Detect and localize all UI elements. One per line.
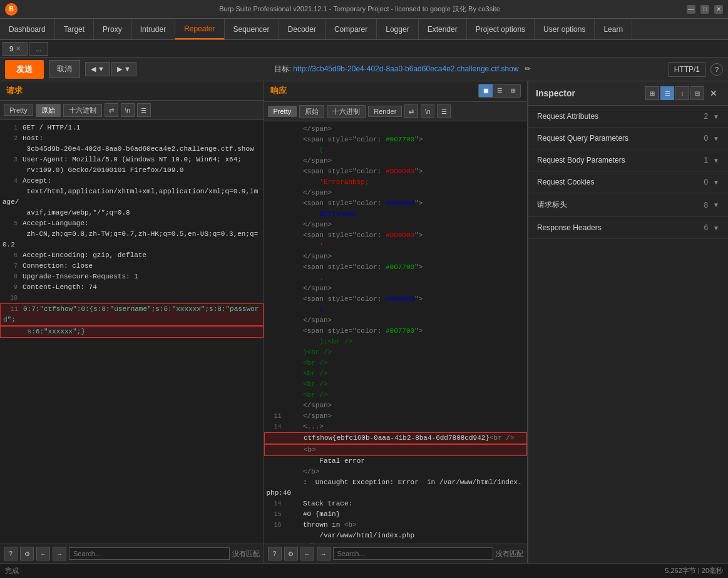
tab-logger[interactable]: Logger	[377, 19, 418, 39]
request-raw-btn[interactable]: 原始	[36, 104, 61, 117]
req-settings-icon[interactable]: ⚙	[20, 547, 34, 560]
tab-target[interactable]: Target	[55, 19, 94, 39]
next-button[interactable]: ▶ ▼	[111, 62, 136, 76]
inspector-view-buttons: ⊞ ☰ ↕ ⊟	[645, 86, 704, 100]
resp-line-12: '	[264, 241, 528, 251]
grid-view-btn[interactable]: ⊞	[506, 84, 520, 97]
resp-line-19: </span>	[264, 315, 528, 326]
request-search-input[interactable]	[69, 547, 230, 560]
inspector-section-cookies[interactable]: Request Cookies 0 ▼	[528, 171, 728, 193]
nav-tabs: Dashboard Target Proxy Intruder Repeater…	[0, 19, 728, 40]
list-view-btn[interactable]: ☰	[493, 84, 506, 97]
response-hex-btn[interactable]: 十六进制	[327, 105, 366, 118]
maximize-button[interactable]: □	[700, 5, 709, 14]
chevron-down-icon: ▼	[713, 113, 719, 120]
resp-line-22: }<br />	[264, 347, 528, 358]
resp-line-26: <br />	[264, 390, 528, 400]
tab-dashboard[interactable]: Dashboard	[0, 19, 55, 39]
target-url[interactable]: http://3cb45d9b-20e4-402d-8aa0-b6ad60eca…	[293, 64, 518, 73]
tab-learn[interactable]: Learn	[595, 19, 632, 39]
tab-user-options[interactable]: User options	[535, 19, 595, 39]
request-toolbar: Pretty 原始 十六进制 ⇄ \n ☰	[0, 101, 264, 120]
resp-settings-icon[interactable]: ⚙	[284, 547, 298, 560]
req-line-5: 5Accept-Language:	[0, 218, 264, 229]
tab-extender[interactable]: Extender	[419, 19, 467, 39]
help-button[interactable]: ?	[710, 63, 723, 76]
req-line-11a: s:6:"xxxxxx";}	[0, 326, 264, 338]
minimize-button[interactable]: —	[687, 5, 695, 14]
resp-line-27: </span>	[264, 400, 528, 411]
response-wrap-btn[interactable]: ⇄	[404, 104, 418, 118]
inspector-section-response-headers[interactable]: Response Headers 6 ▼	[528, 217, 728, 239]
tab-proxy[interactable]: Proxy	[94, 19, 131, 39]
inspector-grid-btn[interactable]: ⊞	[645, 86, 659, 100]
response-pretty-btn[interactable]: Pretty	[268, 106, 297, 117]
resp-help-icon[interactable]: ?	[268, 547, 282, 560]
req-line-11: 110:7:"ctfshow":0:{s:8:"username";s:6:"x…	[0, 303, 264, 326]
resp-line-21: );<br />	[264, 337, 528, 347]
request-hex-btn[interactable]: 十六进制	[63, 104, 102, 117]
tab-intruder[interactable]: Intruder	[131, 19, 175, 39]
resp-line-path: /var/www/html/index.php	[264, 530, 528, 541]
request-header: 请求	[0, 81, 264, 101]
section-count: 1	[704, 156, 708, 165]
response-content: </span> <span style="color: #007700"> ( …	[264, 121, 528, 544]
status-right: 5,262字节 | 20毫秒	[665, 566, 723, 575]
req-line-4b: avif,image/webp,*/*;q=0.8	[0, 208, 264, 218]
resp-line-7: </span>	[264, 188, 528, 198]
tab-project-options[interactable]: Project options	[467, 19, 535, 39]
tab-sequencer[interactable]: Sequencer	[225, 19, 279, 39]
burp-logo: B	[5, 3, 18, 16]
inspector-filter-btn[interactable]: ⊟	[690, 86, 704, 100]
request-pretty-btn[interactable]: Pretty	[4, 104, 33, 116]
section-count: 0	[704, 134, 708, 143]
chevron-down-icon: ▼	[713, 135, 719, 142]
request-nl-btn[interactable]: \n	[121, 103, 135, 117]
response-header: 响应 ▣ ☰ ⊞	[264, 81, 528, 102]
inspector-section-request-attributes[interactable]: Request Attributes 2 ▼	[528, 106, 728, 128]
inspector-close-button[interactable]: ✕	[707, 86, 720, 100]
response-render-btn[interactable]: Render	[368, 106, 402, 117]
resp-line-endb: </b>	[264, 467, 528, 477]
send-button[interactable]: 发送	[5, 60, 44, 79]
response-raw-btn[interactable]: 原始	[299, 105, 324, 118]
resp-line-uncaught: : Uncaught Exception: Error in /var/www/…	[264, 477, 528, 499]
repeater-tab-9[interactable]: 9 ✕	[3, 42, 28, 56]
resp-line-9: $ctfshowo	[264, 209, 528, 220]
req-back-icon[interactable]: ←	[36, 547, 50, 560]
inspector-section-body-params[interactable]: Request Body Parameters 1 ▼	[528, 150, 728, 171]
split-view-btn[interactable]: ▣	[479, 84, 493, 97]
inspector-sort-btn[interactable]: ↕	[675, 86, 689, 100]
titlebar: B Burp Suite Professional v2021.12.1 - T…	[0, 0, 728, 19]
req-fwd-icon[interactable]: →	[53, 547, 66, 560]
tab-decoder[interactable]: Decoder	[279, 19, 326, 39]
request-wrap-btn[interactable]: ⇄	[105, 103, 118, 117]
req-help-icon[interactable]: ?	[4, 547, 18, 560]
repeater-tab-more[interactable]: ...	[29, 42, 48, 56]
cancel-button[interactable]: 取消	[49, 60, 80, 78]
resp-back-icon[interactable]: ←	[300, 547, 314, 560]
main-layout: 请求 Pretty 原始 十六进制 ⇄ \n ☰ 1GET / HTTP/1.1…	[0, 81, 728, 563]
request-content: 1GET / HTTP/1.1 2Host: 3cb45d9b-20e4-402…	[0, 120, 264, 544]
response-search-input[interactable]	[333, 547, 494, 560]
resp-line-2: <span style="color: #007700">	[264, 134, 528, 145]
section-count: 0	[704, 178, 708, 186]
resp-line-fatal: Fatal error	[264, 456, 528, 467]
inspector-section-request-headers[interactable]: 请求标头 8 ▼	[528, 193, 728, 217]
prev-button[interactable]: ◀ ▼	[85, 62, 110, 76]
request-menu-btn[interactable]: ☰	[137, 103, 151, 117]
resp-line-6: 'Error&nbsp;	[264, 177, 528, 188]
inspector-section-query-params[interactable]: Request Query Parameters 0 ▼	[528, 128, 728, 150]
titlebar-controls[interactable]: — □ ✕	[687, 5, 723, 14]
tab-repeater[interactable]: Repeater	[175, 19, 224, 39]
resp-line-bold: <b>	[264, 444, 528, 456]
http-version[interactable]: HTTP/1	[669, 62, 705, 77]
request-bottom: ? ⚙ ← → 没有匹配	[0, 544, 264, 563]
tab-comparer[interactable]: Comparer	[326, 19, 377, 39]
close-button[interactable]: ✕	[714, 5, 723, 14]
edit-icon[interactable]: ✏	[525, 64, 531, 73]
response-nl-btn[interactable]: \n	[421, 104, 434, 118]
resp-fwd-icon[interactable]: →	[317, 547, 331, 560]
response-menu-btn[interactable]: ☰	[437, 104, 451, 118]
inspector-list-btn[interactable]: ☰	[660, 86, 674, 100]
